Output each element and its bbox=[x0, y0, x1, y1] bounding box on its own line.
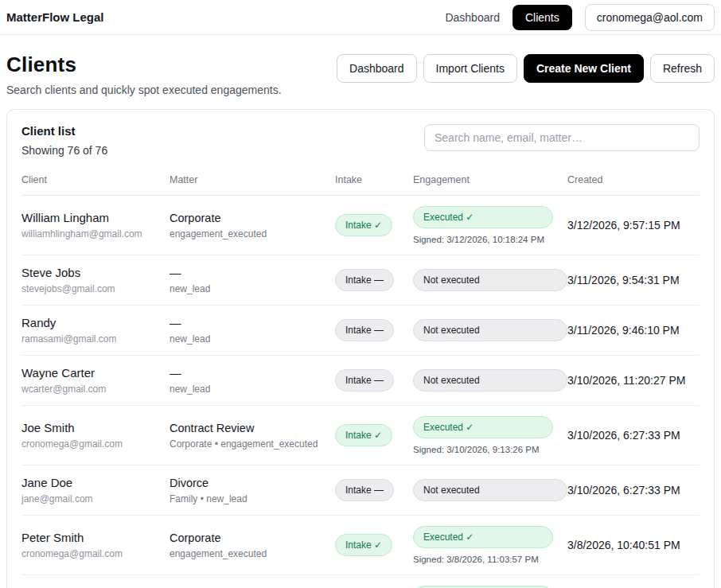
table-row[interactable]: Jane Doe jane@gmail.com Divorce Family •… bbox=[21, 465, 700, 516]
client-cell: Wayne Carter wcarter@gmail.com bbox=[21, 366, 170, 395]
engagement-cell: Not executed bbox=[413, 319, 567, 341]
client-list-card: Client list Showing 76 of 76 Client Matt… bbox=[6, 109, 715, 588]
main-content: Clients Search clients and quickly spot … bbox=[0, 53, 721, 588]
engagement-badge: Not executed bbox=[413, 269, 567, 291]
matter-title: Corporate bbox=[170, 532, 335, 544]
engagement-badge: Not executed bbox=[413, 479, 567, 501]
signed-date: Signed: 3/12/2026, 10:18:24 PM bbox=[413, 235, 567, 244]
client-email: jane@gmail.com bbox=[21, 493, 170, 504]
page-header: Clients Search clients and quickly spot … bbox=[6, 53, 715, 96]
engagement-cell: Not executed bbox=[413, 269, 567, 291]
intake-cell: Intake ✓ bbox=[335, 424, 413, 446]
client-email: wcarter@gmail.com bbox=[21, 384, 170, 395]
matter-subtitle: Corporate • engagement_executed bbox=[170, 438, 335, 450]
table-body: William Lingham williamhlingham@gmail.co… bbox=[21, 196, 700, 588]
client-cell: Joe Smith cronomega@gmail.com bbox=[21, 421, 170, 450]
table-row[interactable]: Wayne Carter wcarter@gmail.com — new_lea… bbox=[21, 356, 700, 406]
table-header: Client Matter Intake Engagement Created bbox=[21, 157, 700, 196]
client-email: cronomega@gmail.com bbox=[21, 548, 170, 559]
client-cell: Peter Smith cronomega@gmail.com bbox=[21, 531, 170, 559]
engagement-badge: Executed ✓ bbox=[413, 416, 553, 438]
matter-title: — bbox=[170, 367, 335, 380]
client-name: Peter Smith bbox=[21, 531, 170, 544]
engagement-badge: Executed ✓ bbox=[413, 526, 553, 548]
column-header-created: Created bbox=[567, 174, 700, 185]
matter-subtitle: new_lead bbox=[170, 283, 335, 294]
client-email: cronomega@gmail.com bbox=[21, 438, 170, 450]
intake-cell: Intake — bbox=[335, 269, 413, 291]
matter-subtitle: new_lead bbox=[170, 333, 335, 345]
matter-subtitle: Family • new_lead bbox=[170, 493, 335, 504]
signed-date: Signed: 3/8/2026, 11:03:57 PM bbox=[413, 555, 567, 564]
engagement-badge: Not executed bbox=[413, 369, 567, 391]
client-email: stevejobs@gmail.com bbox=[21, 283, 170, 294]
client-email: ramasami@gmail.com bbox=[21, 333, 170, 345]
intake-badge: Intake ✓ bbox=[335, 534, 392, 556]
dashboard-button[interactable]: Dashboard bbox=[337, 54, 417, 83]
intake-cell: Intake ✓ bbox=[335, 534, 413, 556]
table-row[interactable]: Steve Jobs stevejobs@gmail.com — new_lea… bbox=[21, 255, 700, 306]
intake-cell: Intake — bbox=[335, 479, 413, 501]
client-name: Joe Smith bbox=[21, 421, 170, 434]
header-actions: Dashboard Import Clients Create New Clie… bbox=[337, 54, 715, 83]
nav-dashboard[interactable]: Dashboard bbox=[445, 11, 500, 24]
matter-cell: — new_lead bbox=[170, 267, 335, 294]
client-cell: Jane Doe jane@gmail.com bbox=[21, 476, 170, 504]
matter-cell: Divorce Family • new_lead bbox=[170, 477, 335, 504]
app-title: MatterFlow Legal bbox=[6, 10, 104, 24]
created-date: 3/8/2026, 10:40:51 PM bbox=[567, 539, 700, 551]
create-new-client-button[interactable]: Create New Client bbox=[524, 54, 644, 83]
column-header-intake: Intake bbox=[335, 174, 413, 185]
client-name: Jane Doe bbox=[21, 476, 170, 489]
nav-clients[interactable]: Clients bbox=[512, 5, 572, 30]
search-input[interactable] bbox=[424, 124, 700, 151]
top-nav: MatterFlow Legal Dashboard Clients crono… bbox=[0, 0, 721, 35]
engagement-cell: Executed ✓ Signed: 3/12/2026, 10:18:24 P… bbox=[413, 206, 567, 244]
intake-cell: Intake — bbox=[335, 369, 413, 391]
signed-date: Signed: 3/10/2026, 9:13:26 PM bbox=[413, 445, 567, 454]
account-button[interactable]: cronomega@aol.com bbox=[585, 4, 715, 31]
table-row[interactable]: Rick Smithers cronomega@gmail.com Corpor… bbox=[21, 575, 700, 588]
matter-subtitle: new_lead bbox=[170, 384, 335, 395]
created-date: 3/10/2026, 11:20:27 PM bbox=[567, 374, 700, 387]
matter-cell: Corporate engagement_executed bbox=[170, 212, 335, 239]
intake-badge: Intake — bbox=[335, 319, 394, 341]
engagement-cell: Not executed bbox=[413, 369, 567, 391]
created-date: 3/10/2026, 6:27:33 PM bbox=[567, 484, 700, 496]
matter-subtitle: engagement_executed bbox=[170, 548, 335, 559]
matter-title: — bbox=[170, 317, 335, 329]
client-cell: Steve Jobs stevejobs@gmail.com bbox=[21, 266, 170, 294]
table-row[interactable]: Joe Smith cronomega@gmail.com Contract R… bbox=[21, 406, 700, 465]
column-header-client: Client bbox=[21, 174, 170, 185]
table-row[interactable]: William Lingham williamhlingham@gmail.co… bbox=[21, 196, 700, 255]
refresh-button[interactable]: Refresh bbox=[650, 54, 715, 83]
client-email: williamhlingham@gmail.com bbox=[21, 228, 170, 239]
result-count: Showing 76 of 76 bbox=[21, 144, 107, 157]
client-name: Wayne Carter bbox=[21, 366, 170, 380]
created-date: 3/11/2026, 9:46:10 PM bbox=[567, 324, 700, 337]
matter-title: Contract Review bbox=[170, 422, 335, 434]
matter-subtitle: engagement_executed bbox=[170, 228, 335, 239]
client-name: William Lingham bbox=[21, 211, 170, 224]
matter-title: Corporate bbox=[170, 212, 335, 224]
matter-title: — bbox=[170, 267, 335, 279]
engagement-cell: Executed ✓ Signed: 3/10/2026, 9:13:26 PM bbox=[413, 416, 567, 454]
intake-badge: Intake — bbox=[335, 369, 394, 391]
intake-badge: Intake ✓ bbox=[335, 424, 392, 446]
matter-cell: Corporate engagement_executed bbox=[170, 532, 335, 559]
engagement-cell: Executed ✓ Signed: 3/8/2026, 11:03:57 PM bbox=[413, 526, 567, 564]
created-date: 3/12/2026, 9:57:15 PM bbox=[567, 219, 700, 232]
column-header-engagement: Engagement bbox=[413, 174, 567, 185]
client-cell: William Lingham williamhlingham@gmail.co… bbox=[21, 211, 170, 239]
import-clients-button[interactable]: Import Clients bbox=[423, 54, 517, 83]
intake-badge: Intake — bbox=[335, 479, 394, 501]
table-row[interactable]: Randy ramasami@gmail.com — new_lead Inta… bbox=[21, 306, 700, 356]
intake-badge: Intake — bbox=[335, 269, 394, 291]
engagement-badge: Executed ✓ bbox=[413, 206, 553, 228]
client-cell: Randy ramasami@gmail.com bbox=[21, 316, 170, 345]
column-header-matter: Matter bbox=[170, 174, 335, 185]
table-row[interactable]: Peter Smith cronomega@gmail.com Corporat… bbox=[21, 516, 700, 575]
engagement-cell: Not executed bbox=[413, 479, 567, 501]
matter-cell: — new_lead bbox=[170, 367, 335, 395]
matter-title: Divorce bbox=[170, 477, 335, 489]
